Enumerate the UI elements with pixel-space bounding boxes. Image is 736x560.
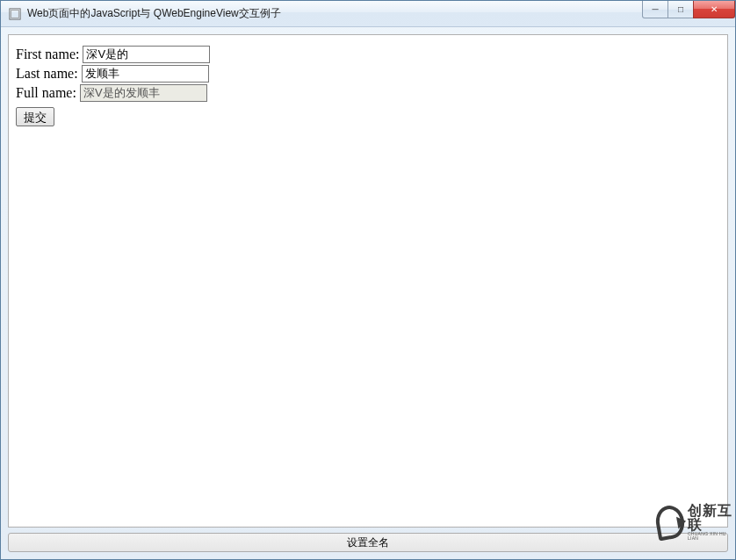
minimize-button[interactable]: ─ xyxy=(642,1,668,18)
titlebar[interactable]: Web页面中的JavaScript与 QWebEngineView交互例子 ─ … xyxy=(1,1,735,27)
close-icon: ✕ xyxy=(711,4,718,14)
minimize-icon: ─ xyxy=(652,4,658,14)
full-name-label: Full name: xyxy=(16,85,76,101)
content-area: First name: Last name: Full name: 提交 设置全… xyxy=(1,27,735,559)
first-name-row: First name: xyxy=(16,46,720,63)
svg-rect-1 xyxy=(11,10,19,18)
window-controls: ─ □ ✕ xyxy=(643,1,735,18)
maximize-button[interactable]: □ xyxy=(667,1,694,18)
last-name-input[interactable] xyxy=(82,65,209,83)
first-name-label: First name: xyxy=(16,47,79,62)
full-name-input xyxy=(80,84,207,102)
application-window: Web页面中的JavaScript与 QWebEngineView交互例子 ─ … xyxy=(0,0,736,560)
submit-button[interactable]: 提交 xyxy=(16,107,54,126)
close-button[interactable]: ✕ xyxy=(693,1,735,18)
maximize-icon: □ xyxy=(678,4,683,14)
set-full-name-button[interactable]: 设置全名 xyxy=(8,533,728,552)
last-name-row: Last name: xyxy=(16,65,720,83)
last-name-label: Last name: xyxy=(16,66,78,82)
first-name-input[interactable] xyxy=(83,46,210,63)
webview-frame: First name: Last name: Full name: 提交 xyxy=(8,34,728,528)
window-title: Web页面中的JavaScript与 QWebEngineView交互例子 xyxy=(27,6,643,21)
full-name-row: Full name: xyxy=(16,84,720,102)
app-icon xyxy=(8,7,22,21)
